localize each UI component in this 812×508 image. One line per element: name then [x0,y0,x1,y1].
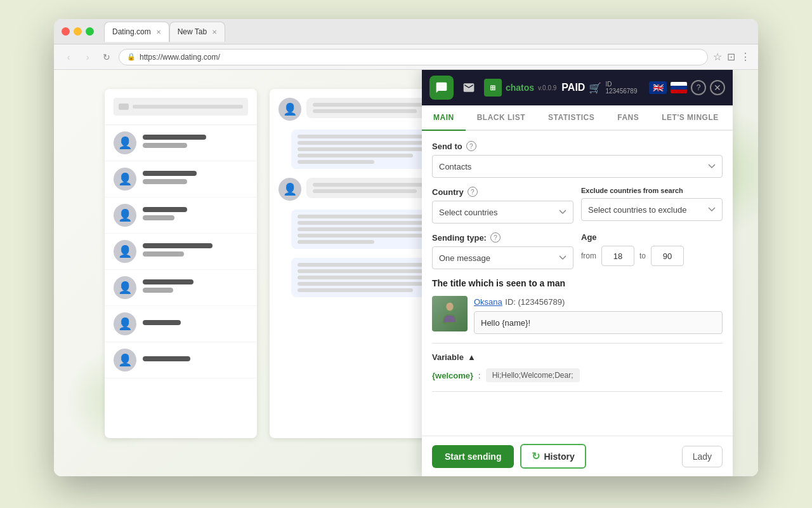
list-item[interactable]: 👤 [105,234,257,270]
age-to-input[interactable] [651,246,684,266]
send-to-select[interactable]: Contacts All users New users [432,155,723,178]
lock-icon: 🔒 [127,53,136,61]
user-info [143,243,248,260]
bubble-line [298,160,374,164]
tab-blacklist[interactable]: BLACK LIST [466,105,537,131]
form-content: Send to ? Contacts All users New users C… [422,131,733,436]
exclude-select[interactable]: Select countries to exclude [581,198,723,221]
send-to-label: Send to ? [432,141,723,151]
search-rect [119,104,129,110]
country-help-icon[interactable]: ? [468,187,478,197]
bubble-line [313,109,417,113]
age-row: from to [581,246,723,266]
age-col: Age from to [581,232,723,269]
bubble-line [298,288,413,292]
close-button-ext[interactable]: ✕ [710,80,725,95]
variable-row: {welcome} : Hi;Hello;Welcome;Dear; [432,368,723,382]
age-from-label: from [581,251,596,260]
list-item[interactable]: 👤 [105,342,257,378]
user-name-line-sub [143,215,174,220]
url-text: https://www.dating.com/ [140,53,220,62]
bottom-toolbar: Start sending ↻ History Lady [422,436,733,476]
list-item[interactable]: 👤 [105,125,257,161]
history-button[interactable]: ↻ History [520,444,586,469]
browser-menu-icon[interactable]: ⋮ [740,51,750,63]
flag-ru-icon[interactable] [671,82,687,93]
bubble-line [313,189,417,193]
help-button[interactable]: ? [691,80,706,95]
minimize-button[interactable] [74,27,82,36]
title-row: The title which is seen to a man [432,278,723,334]
tab-letsmingle[interactable]: LET'S MINGLE [650,105,730,131]
age-from-input[interactable] [601,246,634,266]
user-name-line-sub [143,179,187,184]
user-name-line-sub [143,288,173,293]
tab-main[interactable]: MAIN [422,105,466,131]
variable-section: Variable ▲ {welcome} : Hi;Hello;Welcome;… [432,343,723,392]
sender-name-link[interactable]: Oksana [474,297,502,307]
extension-nav-tabs: MAIN BLACK LIST STATISTICS FANS LET'S MI… [422,105,733,131]
list-item[interactable]: 👤 [105,197,257,234]
sending-type-select[interactable]: One message Multiple messages [432,246,573,269]
paid-section: PAID 🛒 ID 123456789 🇬🇧 ? ✕ [561,80,725,95]
tab-statistics[interactable]: STATISTICS [537,105,606,131]
brand-name: chatos [506,83,534,93]
user-info [143,135,248,151]
tab-fans[interactable]: FANS [606,105,650,131]
paid-badge: PAID [561,82,585,93]
age-to-label: to [639,251,646,260]
svg-point-1 [446,302,453,311]
country-select[interactable]: Select countries [432,201,573,224]
maximize-button[interactable] [86,27,94,36]
variable-values: Hi;Hello;Welcome;Dear; [486,368,580,382]
avatar: 👤 [114,131,136,154]
forward-button[interactable]: › [81,50,95,64]
cart-icon: 🛒 [589,82,601,94]
user-info [143,279,248,296]
back-button[interactable]: ‹ [62,50,75,64]
tab-newtab-close[interactable]: ✕ [212,29,217,36]
url-bar[interactable]: 🔒 https://www.dating.com/ [119,49,708,65]
variable-header[interactable]: Variable ▲ [432,352,723,362]
chat-avatar: 👤 [278,178,301,201]
user-name-line [143,320,181,325]
list-item[interactable]: 👤 [105,306,257,342]
extensions-icon[interactable]: ⊡ [727,51,735,63]
divider-bottom [432,391,723,392]
reload-button[interactable]: ↻ [100,50,114,64]
send-to-help-icon[interactable]: ? [466,141,476,151]
user-name-line-sub [143,251,184,257]
avatar: 👤 [114,276,136,299]
user-list-header [105,89,257,125]
tab-dating-close[interactable]: ✕ [156,29,161,36]
chat-icon[interactable] [429,76,454,100]
flag-uk-icon[interactable]: 🇬🇧 [649,81,667,94]
mail-icon[interactable] [459,77,479,98]
start-sending-button[interactable]: Start sending [432,445,514,468]
sending-type-label: Sending type: ? [432,232,573,243]
bookmark-star-icon[interactable]: ☆ [713,51,722,63]
country-col: Country ? Select countries [432,187,573,224]
traffic-lights [62,27,94,36]
lady-button[interactable]: Lady [682,446,723,467]
sending-type-age-row: Sending type: ? One message Multiple mes… [432,232,723,269]
tab-bar: Dating.com ✕ New Tab ✕ [104,22,750,42]
avatar: 👤 [114,240,136,263]
tab-dating[interactable]: Dating.com ✕ [104,22,169,42]
avatar: 👤 [114,312,136,335]
message-input[interactable]: Hello {name}! [474,311,723,334]
user-name-line-sub [143,143,187,148]
list-item[interactable]: 👤 [105,270,257,306]
user-info [143,356,248,364]
list-item[interactable]: 👤 [105,161,257,197]
close-button[interactable] [62,27,70,36]
extension-panel: ⊞ chatos v.0.0.9 PAID 🛒 ID 123456789 🇬🇧 [422,70,733,476]
sending-type-help-icon[interactable]: ? [490,232,501,243]
divider [432,343,723,344]
user-search-bar[interactable] [114,98,248,116]
country-row: Country ? Select countries Exclude count… [432,187,723,224]
variable-key: {welcome} [432,371,473,380]
variable-colon: : [478,371,481,380]
age-label: Age [581,232,723,242]
tab-newtab[interactable]: New Tab ✕ [169,22,225,42]
